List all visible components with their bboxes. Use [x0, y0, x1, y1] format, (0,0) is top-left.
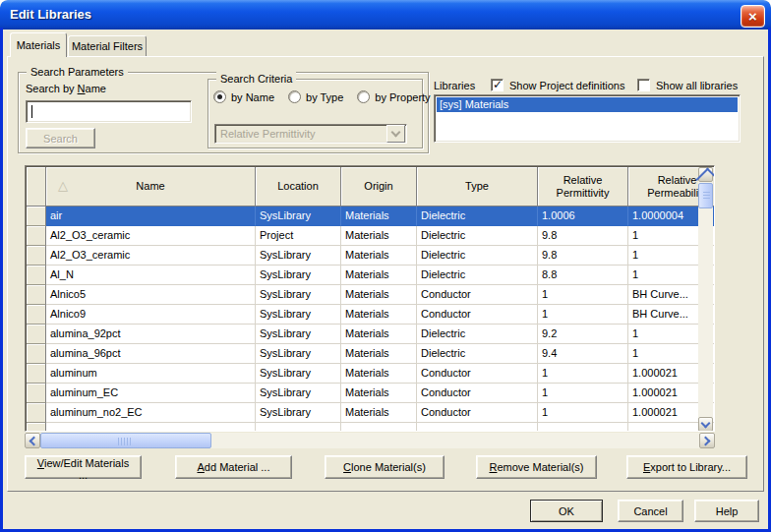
column-header-label: Name: [136, 180, 164, 193]
cell-relative_permittivity: 1.0006: [538, 207, 628, 226]
row-header-cell[interactable]: [27, 305, 46, 325]
row-header-cell[interactable]: [27, 364, 46, 384]
column-header-name[interactable]: △Name: [46, 167, 256, 207]
clone-material-s-button[interactable]: Clone Material(s): [325, 455, 445, 479]
table-corner-header[interactable]: [27, 167, 46, 207]
chevron-left-icon: [30, 436, 39, 445]
table-row[interactable]: aluminum_ECSysLibraryMaterialsConductor1…: [27, 384, 713, 403]
cancel-button[interactable]: Cancel: [618, 500, 683, 522]
dropdown-button[interactable]: [386, 125, 405, 143]
cell-name: Al2_O3_ceramic: [46, 246, 256, 266]
remove-material-s-button[interactable]: Remove Material(s): [476, 455, 597, 479]
cell-name: Alnico5: [46, 285, 256, 305]
titlebar[interactable]: Edit Libraries ×: [0, 0, 771, 30]
radio-by-property[interactable]: by Property: [357, 90, 430, 103]
help-button[interactable]: Help: [694, 500, 759, 522]
cell-location: SysLibrary: [256, 285, 341, 305]
column-header-type[interactable]: Type: [417, 167, 538, 207]
search-button[interactable]: Search: [26, 128, 95, 148]
close-button[interactable]: ×: [741, 5, 765, 28]
cell-location: SysLibrary: [256, 344, 341, 364]
cell-empty: [341, 423, 417, 432]
cell-empty: [256, 423, 341, 432]
show-all-libraries-checkbox[interactable]: Show all libraries: [637, 79, 738, 91]
row-header-cell[interactable]: [27, 285, 46, 305]
cell-relative_permittivity: 1: [538, 403, 628, 423]
cell-type: Conductor: [417, 285, 538, 305]
cell-origin: Materials: [341, 403, 417, 423]
cell-type: Conductor: [417, 384, 538, 403]
radio-by-name[interactable]: by Name: [213, 90, 274, 103]
table-row[interactable]: Al2_O3_ceramicProjectMaterialsDielectric…: [27, 226, 713, 246]
cell-relative_permittivity: 9.2: [538, 325, 628, 344]
cell-location: SysLibrary: [256, 364, 341, 384]
horizontal-scrollbar-thumb[interactable]: [40, 433, 211, 448]
row-header-cell[interactable]: [27, 384, 46, 403]
row-header-cell: [27, 423, 46, 432]
vertical-scrollbar-thumb[interactable]: [698, 183, 713, 208]
cell-name: Al_N: [46, 266, 256, 285]
scroll-left-button[interactable]: [25, 433, 40, 448]
libraries-listbox[interactable]: [sys] Materials: [434, 94, 741, 143]
cell-origin: Materials: [341, 246, 417, 266]
scroll-down-button[interactable]: [698, 417, 713, 432]
table-row[interactable]: Al2_O3_ceramicSysLibraryMaterialsDielect…: [27, 246, 713, 266]
row-header-cell[interactable]: [27, 266, 46, 285]
show-project-definitions-checkbox[interactable]: Show Project definitions: [491, 79, 624, 91]
table-header-row: △NameLocationOriginTypeRelative Permitti…: [27, 167, 713, 207]
materials-table[interactable]: △NameLocationOriginTypeRelative Permitti…: [25, 165, 715, 432]
horizontal-scrollbar[interactable]: [25, 433, 715, 448]
view-edit-materials-button[interactable]: View/Edit Materials ...: [25, 455, 142, 479]
cell-relative_permittivity: 1: [538, 305, 628, 325]
cell-location: SysLibrary: [256, 207, 341, 226]
tab-materials-label: Materials: [17, 39, 61, 51]
row-header-cell[interactable]: [27, 246, 46, 266]
show-project-definitions-label: Show Project definitions: [509, 80, 624, 91]
column-header-location[interactable]: Location: [256, 167, 341, 207]
cell-type: Conductor: [417, 305, 538, 325]
row-header-cell[interactable]: [27, 207, 46, 226]
radio-button-icon: [288, 90, 301, 103]
scroll-up-button[interactable]: [698, 167, 713, 182]
property-dropdown-value: Relative Permittivity: [215, 128, 386, 140]
cell-type: Dielectric: [417, 344, 538, 364]
table-row[interactable]: Alnico9SysLibraryMaterialsConductor1BH C…: [27, 305, 713, 325]
add-material-button[interactable]: Add Material ...: [175, 455, 292, 479]
column-header-origin[interactable]: Origin: [341, 167, 417, 207]
cell-origin: Materials: [341, 344, 417, 364]
cell-type: Dielectric: [417, 207, 538, 226]
vertical-scrollbar[interactable]: [698, 167, 713, 432]
export-to-library-button[interactable]: Export to Library...: [626, 455, 747, 479]
edit-libraries-dialog: Edit Libraries × Materials Material Filt…: [0, 0, 771, 532]
table-row[interactable]: alumina_92pctSysLibraryMaterialsDielectr…: [27, 325, 713, 344]
radio-by-type[interactable]: by Type: [288, 90, 343, 103]
cell-origin: Materials: [341, 207, 417, 226]
table-row[interactable]: Al_NSysLibraryMaterialsDielectric8.81: [27, 266, 713, 285]
table-row[interactable]: airSysLibraryMaterialsDielectric1.00061.…: [27, 207, 713, 226]
table-row[interactable]: alumina_96pctSysLibraryMaterialsDielectr…: [27, 344, 713, 364]
table-row[interactable]: Alnico5SysLibraryMaterialsConductor1BH C…: [27, 285, 713, 305]
tab-materials[interactable]: Materials: [10, 32, 67, 57]
close-icon: ×: [748, 9, 757, 24]
row-header-cell[interactable]: [27, 344, 46, 364]
row-header-cell[interactable]: [27, 325, 46, 344]
row-header-cell[interactable]: [27, 403, 46, 423]
cell-name: aluminum_EC: [46, 384, 256, 403]
tab-material-filters[interactable]: Material Filters: [68, 35, 147, 56]
property-dropdown[interactable]: Relative Permittivity: [214, 124, 407, 144]
cell-origin: Materials: [341, 384, 417, 403]
row-header-cell[interactable]: [27, 226, 46, 246]
cell-relative_permittivity: 9.8: [538, 226, 628, 246]
search-by-name-label: Search by Name: [26, 83, 106, 95]
search-name-input[interactable]: [26, 100, 192, 123]
cell-name: alumina_92pct: [46, 325, 256, 344]
column-header-relative-permittivity[interactable]: Relative Permittivity: [538, 167, 628, 207]
library-list-item[interactable]: [sys] Materials: [437, 97, 738, 112]
column-header-label: Location: [277, 180, 319, 193]
ok-button[interactable]: OK: [530, 500, 603, 522]
table-row[interactable]: aluminum_no2_ECSysLibraryMaterialsConduc…: [27, 403, 713, 423]
table-row[interactable]: aluminumSysLibraryMaterialsConductor11.0…: [27, 364, 713, 384]
tab-material-filters-label: Material Filters: [72, 40, 143, 52]
chevron-down-icon: [391, 128, 401, 138]
scroll-right-button[interactable]: [699, 433, 715, 448]
